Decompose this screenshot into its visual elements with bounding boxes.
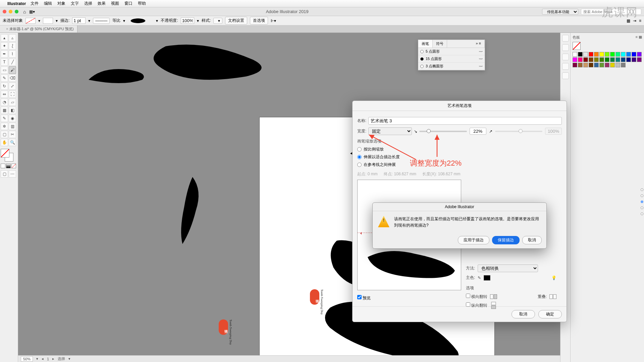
swatch[interactable] [605, 52, 609, 57]
scale-tool[interactable]: ⤢ [9, 82, 16, 90]
zoom-level[interactable]: 50% [21, 356, 33, 362]
swatch[interactable] [583, 52, 588, 57]
eraser-tool[interactable]: ⌫ [9, 74, 16, 82]
swatch[interactable] [621, 52, 626, 57]
color-mode-fill[interactable] [1, 164, 5, 168]
width-pct-input[interactable] [470, 128, 486, 135]
swatch[interactable] [632, 57, 636, 62]
swatch[interactable] [610, 52, 615, 57]
fill-dd[interactable]: ▾ [38, 18, 40, 23]
eyedropper-tool[interactable]: ✎ [1, 115, 8, 122]
swatch[interactable] [573, 52, 577, 57]
flip-h-checkbox[interactable]: 横向翻转 [466, 294, 487, 300]
swatch[interactable] [615, 57, 620, 62]
zoom-icon[interactable] [15, 10, 18, 13]
fill-swatch[interactable] [25, 18, 36, 24]
line-tool[interactable]: ╱ [9, 58, 16, 66]
opacity-input[interactable] [181, 17, 194, 24]
symbol-sprayer-tool[interactable]: ✲ [1, 123, 8, 130]
radio-between-guides[interactable] [357, 163, 362, 167]
align-icon[interactable]: ⊩▾ [271, 18, 276, 23]
apply-to-strokes-button[interactable]: 应用于描边 [458, 236, 489, 244]
column-graph-tool[interactable]: ▥ [9, 123, 16, 130]
slice-tool[interactable]: ✂ [9, 131, 16, 138]
swatch[interactable] [578, 52, 583, 57]
hand-tool[interactable]: ✋ [1, 139, 8, 146]
flip-v-checkbox[interactable]: 纵向翻转 [466, 302, 487, 308]
swatch[interactable] [621, 63, 626, 67]
radio-stretch[interactable] [357, 155, 362, 159]
menu-edit[interactable]: 编辑 [44, 1, 52, 6]
shaper-tool[interactable]: ✎ [1, 74, 8, 82]
perspective-tool[interactable]: ▱ [9, 99, 16, 106]
minimize-icon[interactable] [9, 10, 12, 13]
style-dd[interactable]: ▾ [213, 18, 222, 24]
swatch[interactable] [632, 52, 636, 57]
collapse-icon[interactable]: » ≡ [472, 40, 485, 48]
arrange-docs-icon[interactable]: ▦▾ [29, 9, 35, 14]
swatch[interactable] [589, 57, 593, 62]
selection-tool[interactable]: ▴ [1, 34, 8, 42]
dialog-ok-button[interactable]: 确定 [538, 310, 562, 318]
home-icon[interactable]: ⌂ [23, 9, 26, 14]
bullet[interactable] [641, 200, 643, 203]
edit-toolbar[interactable]: ⋯ [9, 170, 16, 178]
menu-select[interactable]: 选择 [84, 1, 92, 6]
radio-proportional[interactable] [357, 147, 362, 152]
curvature-tool[interactable]: ⌇ [9, 50, 16, 58]
magic-wand-tool[interactable]: ✦ [1, 42, 8, 50]
zoom-tool[interactable]: 🔍 [9, 139, 16, 146]
scale-dd[interactable]: ▾ [123, 18, 125, 23]
artboard-tool[interactable]: ▢ [1, 131, 8, 138]
width-tool[interactable]: ⇔ [1, 90, 8, 98]
swatch[interactable] [599, 57, 604, 62]
brush-dd[interactable]: ▾ [156, 18, 158, 23]
panel-icon[interactable] [562, 35, 569, 42]
swatch[interactable] [637, 57, 642, 62]
close-tab-icon[interactable]: × [6, 27, 8, 31]
color-mode-gradient[interactable] [6, 164, 11, 168]
width-slider[interactable] [419, 131, 467, 132]
menu-type[interactable]: 文字 [71, 1, 79, 6]
screen-mode[interactable]: ▢ [1, 170, 8, 178]
menu-window[interactable]: 窗口 [124, 1, 132, 6]
menu-view[interactable]: 视图 [111, 1, 119, 6]
swatch[interactable] [599, 52, 604, 57]
swatch[interactable] [583, 63, 588, 67]
brush-row[interactable]: 15 点圆形〰 [418, 55, 485, 63]
swatch[interactable] [594, 63, 599, 67]
app-name[interactable]: Illustrator [7, 1, 26, 6]
brush-name-input[interactable] [368, 117, 562, 125]
swatch[interactable] [583, 57, 588, 62]
close-icon[interactable] [3, 10, 6, 13]
keycolor-swatch[interactable] [484, 275, 490, 281]
document-tab[interactable]: × 未标题-1.ai* @ 50% (CMYK/GPU 预览) [0, 25, 77, 33]
bullet[interactable] [641, 194, 643, 197]
bar-icon-3[interactable]: ≡ [639, 18, 641, 23]
bullet[interactable] [641, 206, 643, 209]
panel-icon[interactable] [562, 54, 569, 60]
grid-view-icon[interactable]: ▦ [639, 35, 642, 39]
blend-tool[interactable]: ◉ [9, 115, 16, 122]
zoom-dd[interactable]: ▾ [36, 357, 38, 361]
width-profile-dd[interactable]: ——— [93, 18, 110, 24]
rectangle-tool[interactable]: ▭ [1, 66, 8, 74]
scale-mode[interactable]: 等比 [112, 18, 120, 23]
pen-tool[interactable]: ✒ [1, 50, 8, 58]
stroke-dd[interactable]: ▾ [56, 18, 58, 23]
swatch[interactable] [578, 63, 583, 67]
swatch[interactable] [578, 57, 583, 62]
free-transform-tool[interactable]: ⛶ [9, 90, 16, 98]
stroke-swatch[interactable] [43, 18, 53, 24]
tab-brushes[interactable]: 画笔 [418, 40, 433, 48]
swatch[interactable] [605, 63, 609, 67]
color-mode-none[interactable] [11, 164, 16, 168]
tab-symbols[interactable]: 符号 [433, 40, 447, 48]
menu-help[interactable]: 帮助 [138, 1, 146, 6]
swatch[interactable] [637, 52, 642, 57]
list-view-icon[interactable]: ≡ [636, 35, 638, 39]
brush-preview[interactable] [128, 18, 153, 24]
swatch[interactable] [599, 63, 604, 67]
overlap-icon[interactable] [549, 294, 556, 299]
swatch[interactable] [573, 63, 577, 67]
